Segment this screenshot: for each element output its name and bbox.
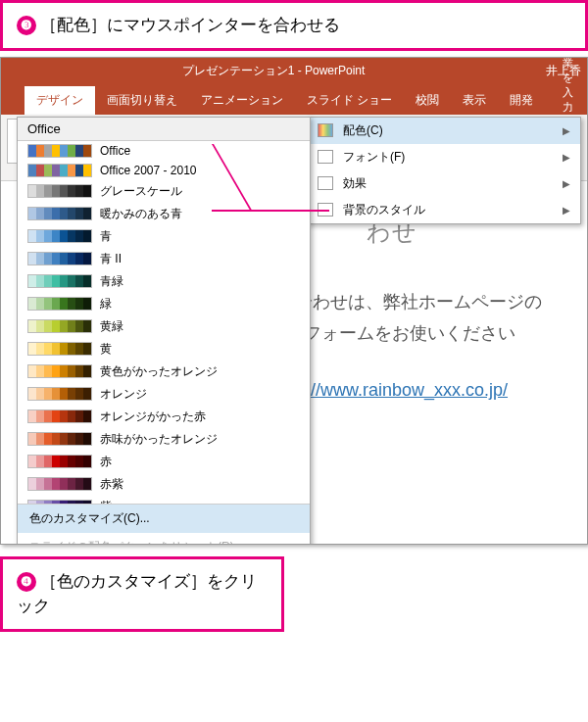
tab-review[interactable]: 校閲 (404, 86, 451, 115)
palette-icon (318, 123, 333, 137)
scheme-label: 青緑 (100, 273, 123, 290)
scheme-label: 緑 (100, 296, 112, 313)
scheme-label: 青 II (100, 251, 122, 267)
customize-colors-button[interactable]: 色のカスタマイズ(C)... (18, 505, 310, 533)
scheme-label: オレンジ (100, 386, 147, 403)
chevron-right-icon: ▶ (563, 205, 570, 216)
scheme-list[interactable]: OfficeOffice 2007 - 2010グレースケール暖かみのある青青青… (18, 141, 310, 504)
effects-icon (318, 176, 333, 190)
tell-me[interactable]: 💡 実行したい作業を入力 (545, 57, 587, 115)
swatch-strip (27, 229, 92, 243)
powerpoint-window: プレゼンテーション1 - PowerPoint 井上香 デザイン 画面切り替え … (0, 57, 588, 545)
annotation-leader (212, 210, 329, 212)
menu-item-background[interactable]: 背景のスタイル ▶ (308, 197, 580, 223)
tab-transitions[interactable]: 画面切り替え (95, 86, 189, 115)
scheme-row[interactable]: 暖かみのある青 (18, 203, 310, 225)
swatch-strip (27, 144, 92, 158)
tab-blank[interactable] (1, 103, 24, 115)
panel-footer: 色のカスタマイズ(C)... スライドの配色パターンをリセット(R) (18, 504, 310, 545)
swatch-strip (27, 164, 92, 177)
swatch-strip (27, 455, 92, 468)
scheme-row[interactable]: Office (18, 141, 310, 161)
menu-item-colors[interactable]: 配色(C) ▶ (308, 118, 580, 144)
scheme-row[interactable]: 紫 (18, 496, 310, 504)
reset-colors-button: スライドの配色パターンをリセット(R) (18, 533, 310, 545)
menu-item-effects[interactable]: 効果 ▶ (308, 170, 580, 197)
scheme-label: グレースケール (100, 183, 182, 200)
scheme-row[interactable]: グレースケール (18, 180, 310, 203)
scheme-row[interactable]: 青 (18, 225, 310, 248)
scheme-row[interactable]: 青緑 (18, 270, 310, 293)
scheme-label: 青 (100, 228, 112, 245)
tab-animations[interactable]: アニメーション (189, 86, 295, 115)
swatch-strip (27, 432, 92, 446)
window-title: プレゼンテーション1 - PowerPoint (1, 63, 546, 79)
callout-text: ［配色］にマウスポインターを合わせる (40, 16, 340, 34)
menu-label: 配色(C) (343, 122, 383, 139)
swatch-strip (27, 409, 92, 423)
color-scheme-panel: Office OfficeOffice 2007 - 2010グレースケール暖か… (17, 117, 311, 545)
scheme-row[interactable]: オレンジがかった赤 (18, 406, 310, 428)
swatch-strip (27, 387, 92, 401)
callout-bottom: ❹［色のカスタマイズ］をクリック (0, 556, 284, 632)
scheme-label: 赤味がかったオレンジ (100, 431, 218, 448)
tab-slideshow[interactable]: スライド ショー (295, 86, 404, 115)
tab-developer[interactable]: 開発 (498, 86, 545, 115)
scheme-label: 黄 (100, 341, 112, 358)
panel-header: Office (18, 118, 310, 141)
scheme-row[interactable]: 赤紫 (18, 473, 310, 496)
swatch-strip (27, 297, 92, 311)
swatch-strip (27, 319, 92, 333)
font-icon (318, 150, 333, 164)
title-bar: プレゼンテーション1 - PowerPoint 井上香 (1, 58, 587, 85)
swatch-strip (27, 184, 92, 198)
scheme-label: Office (100, 144, 130, 158)
tell-me-text: 実行したい作業を入力 (563, 57, 581, 115)
scheme-row[interactable]: 緑 (18, 293, 310, 315)
swatch-strip (27, 342, 92, 356)
swatch-strip (27, 252, 92, 265)
callout-top: ❸［配色］にマウスポインターを合わせる (0, 0, 588, 51)
variant-options-menu: 配色(C) ▶ フォント(F) ▶ 効果 ▶ 背景のスタイル ▶ (307, 117, 581, 224)
scheme-row[interactable]: 黄 (18, 338, 310, 361)
swatch-strip (27, 274, 92, 288)
menu-label: 効果 (343, 175, 367, 192)
scheme-row[interactable]: 青 II (18, 248, 310, 270)
callout-text: ［色のカスタマイズ］をクリック (17, 572, 257, 616)
chevron-right-icon: ▶ (563, 152, 570, 163)
scheme-label: オレンジがかった赤 (100, 409, 206, 425)
scheme-label: 赤紫 (100, 476, 123, 493)
scheme-label: 暖かみのある青 (100, 206, 182, 222)
tab-design[interactable]: デザイン (24, 86, 95, 115)
ribbon-tabs: デザイン 画面切り替え アニメーション スライド ショー 校閲 表示 開発 💡 … (1, 85, 587, 115)
scheme-label: 黄緑 (100, 318, 123, 335)
scheme-row[interactable]: オレンジ (18, 383, 310, 406)
scheme-label: 赤 (100, 454, 112, 470)
scheme-label: Office 2007 - 2010 (100, 164, 197, 177)
swatch-strip (27, 207, 92, 220)
menu-label: 背景のスタイル (343, 202, 425, 218)
swatch-strip (27, 477, 92, 491)
callout-number: ❸ (17, 16, 36, 35)
callout-number: ❹ (17, 572, 36, 592)
scheme-row[interactable]: 赤味がかったオレンジ (18, 428, 310, 451)
scheme-label: 紫 (100, 499, 112, 504)
scheme-row[interactable]: 黄緑 (18, 315, 310, 338)
chevron-right-icon: ▶ (563, 178, 570, 189)
scheme-row[interactable]: 赤 (18, 451, 310, 473)
swatch-strip (27, 500, 92, 504)
scheme-row[interactable]: Office 2007 - 2010 (18, 161, 310, 180)
menu-item-fonts[interactable]: フォント(F) ▶ (308, 144, 580, 170)
tab-view[interactable]: 表示 (451, 86, 498, 115)
menu-label: フォント(F) (343, 149, 405, 166)
scheme-row[interactable]: 黄色がかったオレンジ (18, 361, 310, 383)
scheme-label: 黄色がかったオレンジ (100, 363, 218, 380)
swatch-strip (27, 364, 92, 378)
chevron-right-icon: ▶ (563, 125, 570, 136)
